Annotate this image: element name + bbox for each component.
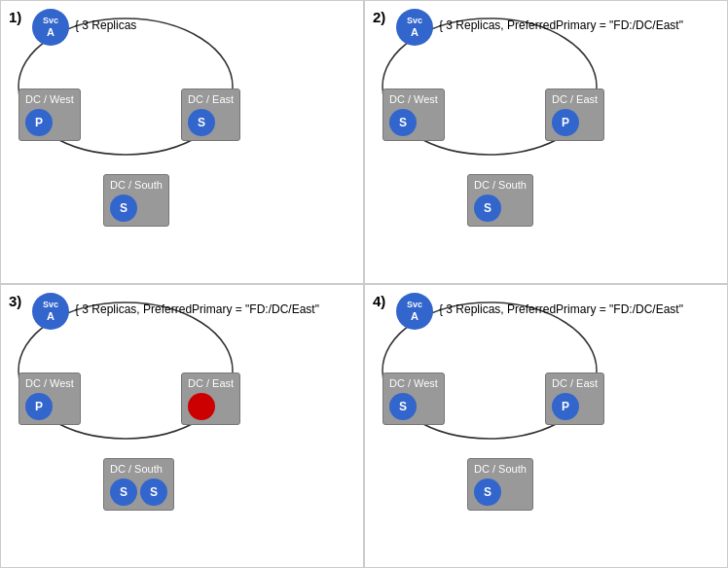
- dc-box-q1-0: DC / WestP: [18, 89, 81, 141]
- dc-box-q3-0: DC / WestP: [18, 373, 81, 425]
- replica-q4-2-0: S: [474, 479, 501, 506]
- dc-box-q3-1: DC / East: [181, 373, 240, 425]
- dc-box-q4-0: DC / WestS: [382, 373, 445, 425]
- dc-title-q4-2: DC / South: [474, 463, 527, 475]
- dc-title-q3-0: DC / West: [25, 377, 74, 389]
- replica-row-q3-1: [188, 393, 234, 420]
- brace-text-q2: { 3 Replicas, PreferredPrimary = "FD:/DC…: [439, 18, 683, 32]
- replica-row-q4-0: S: [389, 393, 438, 420]
- replica-q1-1-0: S: [188, 109, 215, 136]
- replica-row-q2-2: S: [474, 195, 527, 222]
- brace-text-q1: { 3 Replicas: [75, 18, 136, 32]
- quad-label-q1: 1): [9, 9, 21, 25]
- svc-bubble-q1: SvcA: [32, 9, 69, 46]
- replica-row-q2-1: P: [552, 109, 598, 136]
- replica-row-q4-2: S: [474, 479, 527, 506]
- dc-box-q2-1: DC / EastP: [545, 89, 604, 141]
- replica-row-q3-0: P: [25, 393, 74, 420]
- dc-box-q1-2: DC / SouthS: [103, 174, 169, 227]
- dc-box-q2-0: DC / WestS: [382, 89, 445, 141]
- dc-title-q1-1: DC / East: [188, 93, 234, 105]
- quadrant-q2: 2)SvcA{ 3 Replicas, PreferredPrimary = "…: [364, 0, 728, 284]
- quadrant-q1: 1)SvcA{ 3 ReplicasDC / WestPDC / EastSDC…: [0, 0, 364, 284]
- replica-q4-0-0: S: [389, 393, 417, 420]
- replica-q2-2-0: S: [474, 195, 501, 222]
- svc-circle-q4: SvcA: [396, 293, 433, 330]
- svc-bubble-q4: SvcA: [396, 293, 433, 330]
- dc-title-q3-2: DC / South: [110, 463, 167, 475]
- dc-title-q2-1: DC / East: [552, 93, 598, 105]
- quadrant-q4: 4)SvcA{ 3 Replicas, PreferredPrimary = "…: [364, 284, 728, 568]
- replica-row-q1-0: P: [25, 109, 74, 136]
- dc-box-q3-2: DC / SouthSS: [103, 458, 174, 511]
- replica-q3-0-0: P: [25, 393, 53, 420]
- svc-circle-q2: SvcA: [396, 9, 433, 46]
- dc-title-q2-2: DC / South: [474, 179, 527, 191]
- brace-text-q4: { 3 Replicas, PreferredPrimary = "FD:/DC…: [439, 302, 683, 316]
- replica-q3-2-0: S: [110, 479, 137, 506]
- replica-q2-1-0: P: [552, 109, 579, 136]
- replica-q1-2-0: S: [110, 195, 137, 222]
- dc-box-q2-2: DC / SouthS: [467, 174, 533, 227]
- brace-text-q3: { 3 Replicas, PreferredPrimary = "FD:/DC…: [75, 302, 319, 316]
- replica-row-q2-0: S: [389, 109, 438, 136]
- replica-row-q1-1: S: [188, 109, 234, 136]
- dc-title-q2-0: DC / West: [389, 93, 438, 105]
- dc-title-q1-2: DC / South: [110, 179, 163, 191]
- dc-title-q4-0: DC / West: [389, 377, 438, 389]
- quad-label-q2: 2): [373, 9, 385, 25]
- quad-label-q3: 3): [9, 293, 21, 309]
- dc-title-q4-1: DC / East: [552, 377, 598, 389]
- quad-label-q4: 4): [373, 293, 385, 309]
- svc-circle-q3: SvcA: [32, 293, 69, 330]
- main-grid: 1)SvcA{ 3 ReplicasDC / WestPDC / EastSDC…: [0, 0, 728, 568]
- replica-q3-2-1: S: [140, 479, 167, 506]
- replica-q2-0-0: S: [389, 109, 417, 136]
- svc-bubble-q2: SvcA: [396, 9, 433, 46]
- replica-row-q1-2: S: [110, 195, 163, 222]
- replica-q1-0-0: P: [25, 109, 53, 136]
- dc-title-q3-1: DC / East: [188, 377, 234, 389]
- quadrant-q3: 3)SvcA{ 3 Replicas, PreferredPrimary = "…: [0, 284, 364, 568]
- dc-box-q1-1: DC / EastS: [181, 89, 240, 141]
- dc-box-q4-1: DC / EastP: [545, 373, 604, 425]
- svc-circle-q1: SvcA: [32, 9, 69, 46]
- dc-title-q1-0: DC / West: [25, 93, 74, 105]
- dc-box-q4-2: DC / SouthS: [467, 458, 533, 511]
- replica-row-q3-2: SS: [110, 479, 167, 506]
- replica-q4-1-0: P: [552, 393, 579, 420]
- replica-q3-1-0: [188, 393, 215, 420]
- replica-row-q4-1: P: [552, 393, 598, 420]
- svc-bubble-q3: SvcA: [32, 293, 69, 330]
